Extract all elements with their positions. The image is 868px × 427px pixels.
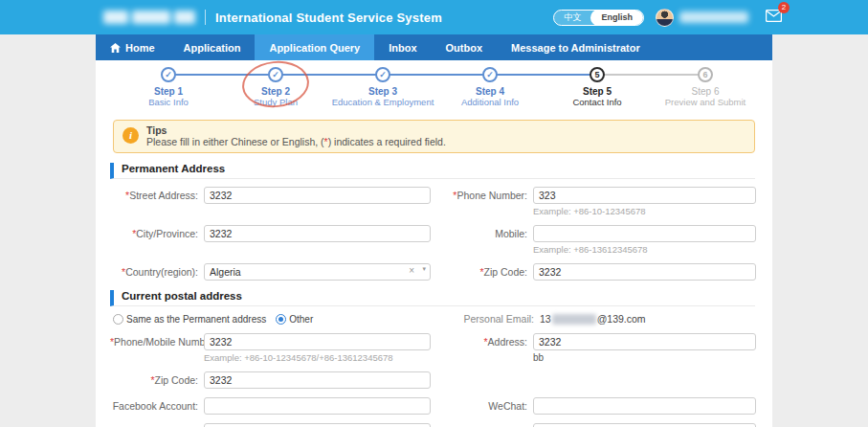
- twitter-input[interactable]: [533, 423, 756, 427]
- step-check-icon: ✓: [375, 67, 390, 82]
- nav-message-to-admin[interactable]: Message to Administrator: [497, 34, 655, 60]
- app-logo: [103, 11, 195, 24]
- step-subtitle: Education & Employment: [325, 97, 440, 107]
- header-divider: [205, 10, 206, 25]
- personal-email-label: Personal Email:: [437, 313, 540, 325]
- section-current-postal-address: Current postal address: [110, 290, 755, 306]
- step-check-icon: ✓: [161, 67, 176, 82]
- main-nav: Home Application Application Query Inbox…: [96, 34, 772, 60]
- nav-application[interactable]: Application: [169, 34, 256, 60]
- info-icon: i: [122, 127, 139, 144]
- nav-application-query-label: Application Query: [269, 42, 360, 54]
- nav-inbox[interactable]: Inbox: [374, 34, 431, 60]
- clear-icon[interactable]: ×: [409, 265, 414, 276]
- step-number: 5: [590, 67, 605, 82]
- lang-english-button[interactable]: English: [590, 10, 643, 26]
- address-input[interactable]: [533, 333, 756, 350]
- language-toggle[interactable]: 中文 English: [553, 10, 644, 26]
- phone-example-text: Example: +86-10-12345678: [533, 206, 756, 216]
- country-select-input[interactable]: [204, 263, 431, 281]
- chevron-down-icon[interactable]: ▾: [422, 265, 426, 273]
- step-title: Step 3: [325, 86, 440, 97]
- step-title: Step 1: [111, 86, 226, 97]
- mobile-example-text: Example: +86-13612345678: [533, 244, 756, 255]
- nav-outbox-label: Outbox: [446, 42, 483, 54]
- city-province-input[interactable]: [204, 225, 431, 242]
- personal-email-value: 13@139.com: [540, 313, 646, 325]
- wizard-step-5-current[interactable]: 5 Step 5 Contact Info: [540, 67, 655, 107]
- email-redacted-block: [552, 314, 596, 325]
- street-address-label: *Street Address:: [110, 186, 204, 216]
- step-wizard: ✓ Step 1 Basic Info ✓ Step 2 Study Plan …: [96, 60, 772, 120]
- street-address-input[interactable]: [204, 187, 431, 204]
- step-title: Step 6: [648, 86, 763, 97]
- current-zip-label: *Zip Code:: [110, 371, 204, 389]
- step-title: Step 5: [540, 86, 655, 97]
- linkedin-label: LinkedIn Account:: [110, 422, 204, 427]
- twitter-label: Twitter Account:: [435, 422, 533, 427]
- top-header: International Student Service System 中文 …: [0, 0, 868, 34]
- phone-mobile-example-text: Example: +86-10-12345678/+86-13612345678: [204, 352, 431, 363]
- nav-inbox-label: Inbox: [389, 42, 416, 54]
- radio-circle-icon: [276, 314, 286, 325]
- radio-circle-icon: [113, 314, 123, 325]
- home-icon: [110, 43, 121, 53]
- current-zip-input[interactable]: [204, 371, 431, 389]
- step-subtitle: Additional Info: [433, 97, 547, 107]
- radio-other-label: Other: [289, 314, 313, 325]
- zip-code-input[interactable]: [533, 263, 756, 281]
- tips-text-after: ) indicates a required field.: [328, 136, 446, 147]
- phone-number-input[interactable]: [533, 187, 756, 204]
- wechat-input[interactable]: [533, 397, 756, 415]
- system-title: International Student Service System: [215, 11, 442, 25]
- section-permanent-address: Permanent Address: [110, 163, 755, 179]
- step-subtitle: Preview and Submit: [648, 97, 763, 107]
- nav-message-to-admin-label: Message to Administrator: [511, 42, 640, 54]
- tips-text: Please fill in either Chinese or English…: [146, 136, 745, 147]
- nav-application-label: Application: [184, 42, 241, 54]
- address-label: *Address:: [435, 332, 533, 363]
- tips-text-before: Please fill in either Chinese or English…: [146, 136, 324, 147]
- content-panel: ✓ Step 1 Basic Info ✓ Step 2 Study Plan …: [96, 60, 772, 427]
- username-redacted: [679, 11, 748, 23]
- tips-title: Tips: [146, 124, 745, 136]
- step-check-icon: ✓: [482, 67, 498, 82]
- personal-email-row: Personal Email: 13@139.com: [437, 313, 646, 325]
- radio-same-label: Same as the Permanent address: [126, 314, 266, 325]
- phone-number-label: *Phone Number:: [435, 186, 533, 216]
- wizard-step-6[interactable]: 6 Step 6 Preview and Submit: [648, 67, 763, 107]
- nav-outbox[interactable]: Outbox: [432, 34, 498, 60]
- radio-other[interactable]: Other: [276, 314, 313, 325]
- user-avatar[interactable]: [656, 9, 674, 27]
- radio-same-as-permanent[interactable]: Same as the Permanent address: [113, 314, 266, 325]
- address-note: bb: [533, 352, 756, 363]
- lang-chinese-button[interactable]: 中文: [554, 11, 590, 25]
- facebook-label: Facebook Account:: [110, 396, 204, 415]
- nav-home-label: Home: [125, 42, 155, 54]
- mobile-label: Mobile:: [435, 224, 533, 255]
- mobile-input[interactable]: [533, 225, 756, 242]
- city-province-label: *City/Province:: [110, 224, 204, 255]
- linkedin-input[interactable]: [204, 423, 431, 427]
- nav-home[interactable]: Home: [96, 34, 169, 60]
- wizard-step-1[interactable]: ✓ Step 1 Basic Info: [111, 67, 226, 107]
- mail-button[interactable]: 2: [766, 9, 782, 26]
- phone-mobile-label: *Phone/Mobile Number:: [110, 332, 204, 363]
- step-subtitle: Contact Info: [540, 97, 655, 107]
- nav-application-query[interactable]: Application Query: [255, 34, 374, 60]
- wizard-step-4[interactable]: ✓ Step 4 Additional Info: [433, 67, 547, 107]
- step-number: 6: [698, 67, 713, 82]
- facebook-input[interactable]: [204, 397, 431, 415]
- wechat-label: WeChat:: [435, 396, 533, 415]
- phone-mobile-input[interactable]: [204, 333, 431, 350]
- zip-code-label: *Zip Code:: [435, 262, 533, 281]
- step-title: Step 4: [433, 86, 547, 97]
- wizard-step-3[interactable]: ✓ Step 3 Education & Employment: [325, 67, 440, 107]
- tips-banner: i Tips Please fill in either Chinese or …: [113, 120, 755, 153]
- country-select[interactable]: × ▾: [204, 262, 431, 281]
- country-region-label: *Country(region):: [110, 262, 204, 281]
- step-subtitle: Basic Info: [111, 97, 226, 107]
- mail-badge: 2: [778, 2, 790, 13]
